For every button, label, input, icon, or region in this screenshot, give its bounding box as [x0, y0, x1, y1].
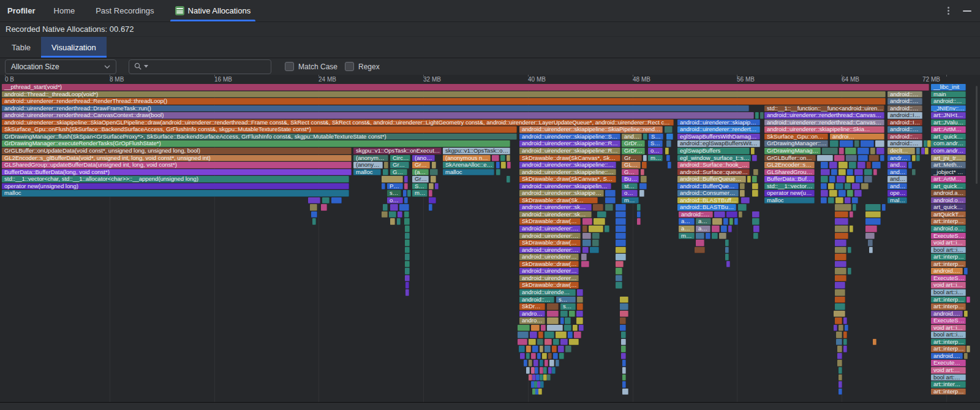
flame-frame[interactable]: android::uirenderer::… — [519, 233, 581, 240]
flame-frame[interactable] — [834, 311, 845, 317]
flame-frame[interactable] — [616, 204, 626, 211]
flame-frame[interactable] — [541, 325, 546, 332]
flame-frame[interactable]: android::uirenderer::… — [519, 275, 579, 282]
flame-frame[interactable] — [839, 325, 843, 332]
flame-frame[interactable] — [835, 282, 845, 289]
flame-frame[interactable] — [553, 353, 558, 360]
filter-type-dropdown[interactable]: Allocation Size — [5, 59, 116, 74]
flame-frame[interactable] — [560, 339, 568, 346]
flame-frame[interactable]: android::uirenderer::rendert… — [677, 126, 760, 133]
flame-frame[interactable] — [616, 247, 626, 254]
flame-frame[interactable] — [835, 247, 846, 254]
flame-frame[interactable] — [869, 247, 873, 254]
flame-frame[interactable] — [621, 353, 626, 360]
flame-frame[interactable]: com.androi… — [931, 148, 966, 154]
flame-frame[interactable] — [967, 346, 970, 352]
flame-frame[interactable]: Buf… — [622, 176, 639, 183]
flame-frame[interactable] — [507, 176, 510, 183]
flame-frame[interactable] — [712, 226, 720, 232]
flame-frame[interactable] — [821, 190, 828, 197]
flame-frame[interactable] — [429, 197, 436, 204]
flame-frame[interactable]: android::uirenderer::skiapipeline::R… — [519, 183, 611, 190]
match-case-checkbox[interactable]: Match Case — [285, 62, 337, 71]
flame-frame[interactable]: android::ui… — [519, 297, 554, 303]
flame-frame[interactable] — [582, 240, 591, 246]
flame-frame[interactable] — [576, 311, 583, 317]
flame-frame[interactable]: com.androi… — [931, 140, 966, 147]
flame-frame[interactable] — [835, 254, 846, 260]
flame-frame[interactable]: art::interpr… — [931, 261, 966, 268]
flame-frame[interactable]: android::IPC… — [888, 120, 922, 126]
flame-frame[interactable] — [837, 353, 842, 360]
flame-frame[interactable] — [565, 346, 571, 352]
flame-frame[interactable]: android::uirenderer::skiapipeline::SkiaP… — [519, 126, 663, 133]
flame-frame[interactable] — [666, 155, 670, 162]
flame-frame[interactable]: GrG… — [390, 162, 409, 169]
flame-frame[interactable] — [321, 204, 327, 211]
flame-frame[interactable] — [834, 155, 845, 162]
flame-frame[interactable] — [639, 190, 644, 197]
flame-frame[interactable] — [821, 162, 828, 169]
flame-frame[interactable] — [858, 148, 869, 154]
flame-frame[interactable] — [620, 297, 628, 303]
flame-frame[interactable]: malloc — [2, 190, 349, 197]
flame-frame[interactable]: android::uirenderer::… — [519, 247, 581, 254]
flame-frame[interactable] — [547, 374, 551, 381]
flame-frame[interactable] — [538, 389, 542, 395]
flame-frame[interactable] — [312, 218, 316, 225]
flame-frame[interactable] — [864, 169, 872, 176]
flame-frame[interactable] — [835, 211, 848, 218]
flame-frame[interactable]: Sk… — [649, 134, 663, 140]
flame-frame[interactable] — [538, 332, 543, 338]
flame-frame[interactable]: BufferData::Buffe… — [764, 176, 815, 183]
flame-frame[interactable] — [846, 176, 854, 183]
flame-frame[interactable] — [829, 190, 837, 197]
flame-frame[interactable] — [721, 226, 727, 232]
flame-frame[interactable]: art::interpr… — [931, 218, 966, 225]
flame-frame[interactable]: android::eglSwapBuffersWit… — [677, 140, 760, 147]
tab-table[interactable]: Table — [1, 37, 41, 58]
flame-frame[interactable] — [431, 176, 436, 183]
flame-frame[interactable] — [876, 148, 884, 154]
flame-frame[interactable]: art_quick_i… — [931, 134, 966, 140]
flame-frame[interactable] — [753, 169, 758, 176]
flame-frame[interactable] — [404, 183, 408, 190]
flame-frame[interactable]: SkDrawable::draw(Sk… — [519, 197, 598, 204]
flame-frame[interactable] — [622, 389, 628, 395]
flame-frame[interactable] — [496, 169, 500, 176]
flame-frame[interactable] — [592, 233, 600, 240]
flame-frame[interactable] — [577, 289, 583, 296]
flame-frame[interactable] — [858, 155, 868, 162]
flame-frame[interactable]: androi… — [622, 134, 642, 140]
flame-frame[interactable] — [850, 226, 853, 232]
flame-frame[interactable]: artQuickToI… — [931, 211, 966, 218]
flame-frame[interactable] — [540, 381, 544, 388]
flame-frame[interactable]: SkDrawable::draw(S… — [519, 261, 579, 268]
flame-frame[interactable] — [582, 218, 592, 225]
flame-frame[interactable] — [308, 197, 320, 204]
flame-frame[interactable] — [405, 254, 410, 260]
flame-frame[interactable]: GrGLBuffer::onUpdateData(void const*, un… — [2, 148, 352, 154]
flame-frame[interactable]: egl_window_surface_t::swap… — [677, 155, 751, 162]
flame-frame[interactable] — [620, 311, 628, 317]
flame-frame[interactable] — [865, 211, 881, 218]
flame-frame[interactable]: GrDrawingManager::executeRenderTasks(GrO… — [2, 140, 510, 147]
flame-frame[interactable]: malloc — [353, 169, 381, 176]
flame-frame[interactable]: art_quick_t… — [931, 204, 966, 211]
flame-frame[interactable] — [429, 204, 432, 211]
flame-frame[interactable] — [553, 339, 559, 346]
flame-frame[interactable] — [822, 148, 838, 154]
flame-frame[interactable] — [740, 183, 745, 190]
flame-frame[interactable] — [849, 162, 856, 169]
flame-frame[interactable] — [875, 140, 884, 147]
flame-frame[interactable]: _jobject* ar… — [931, 169, 966, 176]
flame-frame[interactable]: art::ArtMet… — [931, 176, 966, 183]
flame-frame[interactable] — [545, 360, 548, 366]
flame-frame[interactable] — [821, 169, 830, 176]
flame-frame[interactable] — [847, 190, 853, 197]
flame-frame[interactable] — [828, 183, 834, 190]
flame-frame[interactable] — [592, 240, 599, 246]
flame-frame[interactable] — [543, 367, 547, 374]
flame-frame[interactable]: android.ap… — [931, 190, 966, 197]
flame-frame[interactable] — [405, 282, 409, 289]
